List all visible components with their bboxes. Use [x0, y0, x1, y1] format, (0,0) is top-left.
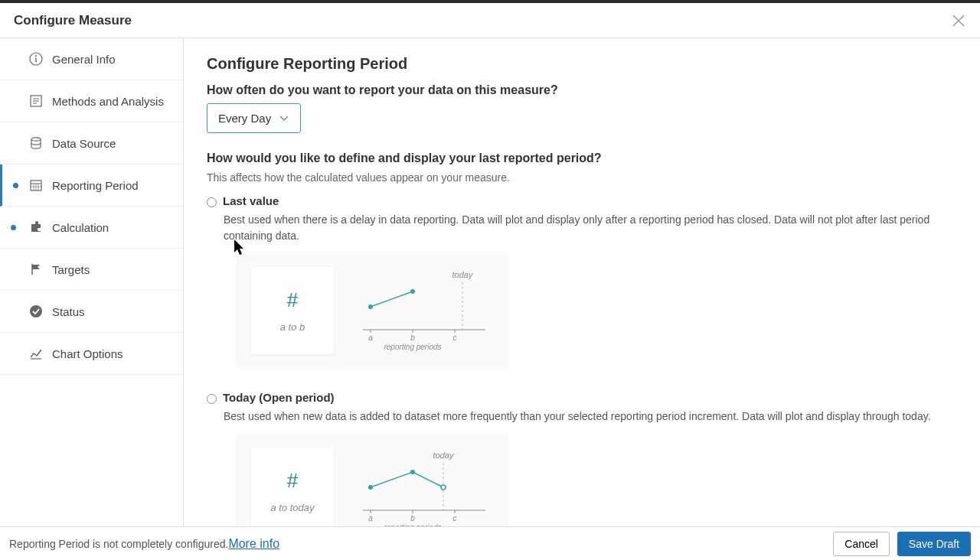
- question-display-subtext: This affects how the calculated values a…: [207, 171, 957, 184]
- document-icon: [28, 93, 44, 109]
- diagram-chart: today a b c reporting periods: [355, 449, 493, 526]
- diagram-card: # a to b: [251, 267, 334, 354]
- svg-point-39: [368, 485, 373, 490]
- dropdown-value: Every Day: [218, 112, 271, 125]
- footer-message: Reporting Period is not completely confi…: [9, 538, 228, 550]
- question-display: How would you like to define and display…: [207, 151, 957, 165]
- svg-text:today: today: [433, 451, 455, 460]
- svg-point-28: [410, 289, 415, 294]
- hash-icon: #: [287, 469, 298, 493]
- svg-point-41: [441, 485, 446, 490]
- option-desc-last-value: Best used when there is a delay in data …: [224, 212, 957, 244]
- diagram-card-label: a to today: [270, 502, 314, 513]
- dialog-title: Configure Measure: [14, 13, 132, 28]
- svg-text:reporting periods: reporting periods: [384, 343, 441, 351]
- sidebar-item-data-source[interactable]: Data Source: [0, 122, 183, 164]
- sidebar-item-label: General Info: [52, 53, 116, 66]
- cancel-button[interactable]: Cancel: [833, 532, 890, 556]
- svg-point-15: [30, 305, 42, 317]
- sidebar-item-general-info[interactable]: General Info: [0, 38, 183, 80]
- radio-today[interactable]: [207, 394, 217, 404]
- sidebar-item-label: Chart Options: [52, 347, 123, 360]
- hash-icon: #: [287, 288, 298, 312]
- svg-point-1: [35, 55, 37, 57]
- svg-rect-2: [35, 58, 36, 63]
- sidebar-item-reporting-period[interactable]: Reporting Period: [0, 164, 183, 207]
- close-button[interactable]: [949, 11, 968, 30]
- sidebar-item-label: Reporting Period: [52, 179, 139, 192]
- chart-line-icon: [28, 345, 44, 362]
- diagram-today: # a to today today a b c reporting perio…: [236, 434, 508, 526]
- svg-point-40: [410, 470, 415, 474]
- diagram-chart: today a b c reporting periods: [355, 269, 493, 353]
- sidebar-item-label: Calculation: [52, 221, 109, 234]
- footer-more-info-link[interactable]: More info: [228, 537, 279, 551]
- sidebar-item-chart-options[interactable]: Chart Options: [0, 333, 183, 375]
- info-icon: [28, 50, 44, 67]
- sidebar: General Info Methods and Analysis Data S…: [0, 38, 184, 526]
- database-icon: [28, 135, 44, 151]
- radio-last-value[interactable]: [207, 197, 217, 207]
- sidebar-item-label: Status: [52, 305, 85, 318]
- page-title: Configure Reporting Period: [207, 55, 957, 73]
- chevron-down-icon: [279, 112, 289, 125]
- diagram-card: # a to today: [251, 448, 334, 526]
- calendar-icon: [28, 177, 44, 194]
- option-title-today: Today (Open period): [223, 391, 335, 404]
- close-icon: [952, 14, 965, 28]
- flag-icon: [28, 261, 44, 278]
- sidebar-item-label: Targets: [52, 263, 90, 276]
- svg-point-7: [31, 138, 41, 141]
- sidebar-item-targets[interactable]: Targets: [0, 249, 183, 291]
- svg-point-27: [368, 304, 373, 309]
- frequency-dropdown[interactable]: Every Day: [207, 103, 301, 133]
- sidebar-item-status[interactable]: Status: [0, 291, 183, 333]
- puzzle-icon: [28, 219, 44, 236]
- svg-text:today: today: [452, 270, 474, 279]
- option-desc-today: Best used when new data is added to data…: [224, 409, 957, 425]
- check-circle-icon: [28, 303, 44, 320]
- sidebar-item-label: Methods and Analysis: [52, 95, 164, 108]
- question-frequency: How often do you want to report your dat…: [207, 83, 957, 97]
- diagram-card-label: a to b: [280, 321, 305, 333]
- sidebar-item-label: Data Source: [52, 137, 116, 150]
- svg-text:c: c: [453, 334, 457, 342]
- svg-text:b: b: [410, 514, 415, 523]
- svg-text:a: a: [368, 514, 373, 523]
- sidebar-item-calculation[interactable]: Calculation: [0, 207, 183, 249]
- sidebar-item-methods[interactable]: Methods and Analysis: [0, 80, 183, 122]
- main-content: Configure Reporting Period How often do …: [184, 38, 980, 526]
- diagram-last-value: # a to b today a b c reporting periods: [236, 253, 508, 368]
- svg-text:b: b: [410, 334, 415, 342]
- option-title-last-value: Last value: [223, 194, 279, 207]
- svg-text:a: a: [368, 334, 373, 342]
- save-draft-button[interactable]: Save Draft: [897, 532, 971, 556]
- svg-text:c: c: [453, 514, 457, 523]
